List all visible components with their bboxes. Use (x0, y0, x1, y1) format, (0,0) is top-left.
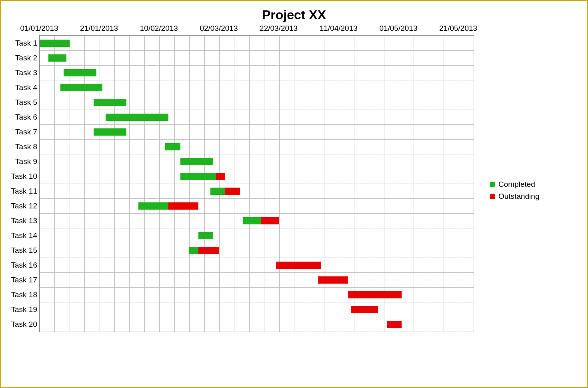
bar-outstanding (216, 173, 225, 180)
gridline-h (40, 317, 474, 317)
x-tick-label: 01/01/2013 (20, 24, 58, 33)
bar-completed (243, 217, 261, 224)
gridline-v (474, 36, 474, 332)
bar-completed (64, 69, 96, 76)
task-label: Task 20 (11, 320, 40, 329)
x-tick-label: 21/01/2013 (80, 24, 118, 33)
bar-outstanding (387, 321, 402, 328)
x-tick-label: 10/02/2013 (140, 24, 178, 33)
gridline-h (40, 302, 474, 302)
task-label: Task 5 (15, 98, 40, 107)
bar-completed (106, 114, 168, 121)
gridline-h (40, 65, 474, 66)
bar-outstanding (318, 276, 348, 284)
bar-completed (198, 232, 213, 239)
x-tick-label: 22/03/2013 (260, 24, 298, 33)
legend-swatch-completed (490, 182, 495, 187)
x-tick-label: 01/05/2013 (379, 24, 417, 33)
gridline-h (40, 95, 474, 95)
task-label: Task 7 (15, 128, 40, 136)
legend-label-completed: Completed (498, 180, 535, 189)
legend-item-completed: Completed (490, 180, 539, 189)
x-tick-label: 11/04/2013 (320, 24, 358, 33)
bar-completed (180, 173, 216, 180)
x-tick-label: 02/03/2013 (200, 24, 238, 33)
gridline-h (40, 124, 474, 125)
task-label: Task 14 (11, 231, 40, 240)
task-label: Task 16 (11, 261, 40, 270)
bar-outstanding (261, 217, 279, 224)
legend-item-outstanding: Outstanding (490, 192, 539, 201)
bar-outstanding (348, 291, 402, 298)
gridline-h (40, 213, 474, 214)
gridline-h (40, 154, 474, 154)
bar-completed (94, 128, 126, 136)
plot-area: Task 1Task 2Task 3Task 4Task 5Task 6Task… (39, 35, 474, 332)
legend: Completed Outstanding (490, 180, 539, 204)
chart-title: Project XX (9, 8, 579, 22)
chart-area: 01/01/201321/01/201310/02/201302/03/2013… (39, 24, 474, 332)
gridline-h (40, 332, 474, 332)
bar-completed (60, 84, 102, 91)
task-label: Task 12 (11, 202, 40, 210)
task-label: Task 18 (11, 290, 40, 299)
task-label: Task 19 (11, 305, 40, 314)
task-label: Task 2 (15, 54, 40, 62)
bar-outstanding (198, 247, 219, 254)
gridline-h (40, 110, 474, 110)
bar-completed (189, 247, 198, 254)
gridline-h (40, 243, 474, 243)
task-label: Task 3 (15, 68, 40, 77)
bar-outstanding (351, 306, 378, 313)
legend-label-outstanding: Outstanding (498, 192, 539, 201)
task-label: Task 10 (11, 172, 40, 181)
gridline-h (40, 184, 474, 184)
bar-completed (48, 54, 66, 62)
bar-completed (180, 158, 213, 165)
bar-completed (138, 202, 168, 210)
task-label: Task 4 (15, 83, 40, 92)
chart-frame: Project XX 01/01/201321/01/201310/02/201… (0, 0, 588, 388)
x-tick-label: 21/05/2013 (439, 24, 477, 33)
task-label: Task 17 (11, 276, 40, 284)
task-label: Task 6 (15, 113, 40, 122)
bar-outstanding (276, 262, 321, 269)
gridline-h (40, 198, 474, 199)
gridline-h (40, 169, 474, 169)
bar-outstanding (225, 188, 240, 195)
gridline-h (40, 80, 474, 80)
bar-completed (165, 143, 180, 150)
task-label: Task 13 (11, 216, 40, 225)
task-label: Task 9 (15, 157, 40, 166)
bar-completed (94, 99, 126, 106)
x-axis-labels: 01/01/201321/01/201310/02/201302/03/2013… (39, 24, 473, 35)
task-label: Task 8 (15, 142, 40, 151)
task-label: Task 11 (11, 187, 40, 196)
gridline-h (40, 258, 474, 258)
gridline-h (40, 139, 474, 140)
task-label: Task 1 (15, 39, 40, 48)
bar-outstanding (168, 202, 198, 210)
gridline-h (40, 272, 474, 273)
gridline-h (40, 50, 474, 51)
task-label: Task 15 (11, 246, 40, 255)
bar-completed (40, 40, 70, 47)
gridline-h (40, 287, 474, 288)
bar-completed (210, 188, 225, 195)
gridline-h (40, 228, 474, 228)
chart-wrap: 01/01/201321/01/201310/02/201302/03/2013… (9, 24, 579, 332)
legend-swatch-outstanding (490, 194, 495, 199)
